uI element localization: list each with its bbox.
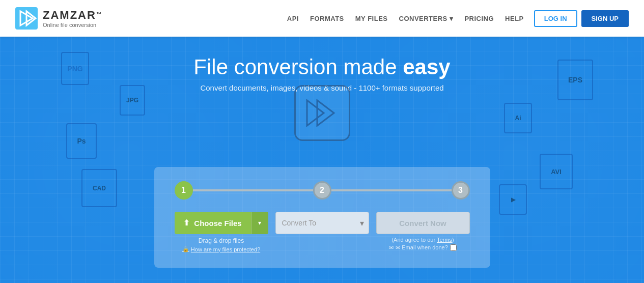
- agree-text: (And agree to our Terms): [391, 237, 454, 243]
- logo[interactable]: ZAMZAR™ Online file conversion: [15, 7, 101, 30]
- doodle-avi: AVI: [540, 154, 573, 189]
- doodle-misc: ▶: [499, 184, 527, 215]
- nav-formats[interactable]: FORMATS: [310, 15, 344, 22]
- doodle-ps: Ps: [66, 123, 97, 159]
- upload-icon: ⬆: [183, 218, 190, 228]
- svg-marker-4: [317, 100, 334, 126]
- choose-files-dropdown-arrow[interactable]: ▾: [251, 212, 268, 234]
- email-icon: ✉: [389, 244, 394, 251]
- signup-button[interactable]: SIGN UP: [581, 10, 629, 27]
- doodle-cad: CAD: [81, 169, 117, 207]
- choose-files-section: ⬆ Choose Files ▾ Drag & drop files 🔒 How…: [175, 212, 268, 252]
- terms-link[interactable]: Terms: [437, 237, 452, 243]
- login-button[interactable]: LOG IN: [534, 10, 577, 27]
- convert-to-select[interactable]: Convert To: [275, 212, 369, 234]
- step-line-1: [193, 189, 313, 191]
- hero-section: PNG JPG Ps CAD EPS Ai AVI ▶ File convers…: [0, 37, 644, 283]
- nav-help[interactable]: HELP: [505, 15, 524, 22]
- steps-content: ⬆ Choose Files ▾ Drag & drop files 🔒 How…: [175, 212, 470, 252]
- doodle-png: PNG: [61, 52, 89, 85]
- nav-links: API FORMATS MY FILES CONVERTERS ▾ PRICIN…: [287, 14, 524, 23]
- choose-files-label: Choose Files: [194, 219, 241, 228]
- step-1-circle: 1: [175, 181, 193, 200]
- choose-files-button[interactable]: ⬆ Choose Files ▾: [175, 212, 268, 234]
- logo-text: ZAMZAR™ Online file conversion: [43, 9, 101, 28]
- center-play-icon: [294, 85, 350, 141]
- steps-panel: 1 2 3 ⬆ Choose Files ▾ Drag & drop files…: [154, 167, 490, 268]
- email-when-done: ✉ ✉ Email when done?: [389, 244, 457, 251]
- logo-name: ZAMZAR™: [43, 9, 101, 22]
- doodle-ai: Ai: [504, 103, 532, 133]
- step-3-circle: 3: [452, 181, 470, 200]
- hero-title: File conversion made easy: [193, 55, 450, 79]
- convert-to-section: Convert To: [275, 212, 369, 234]
- nav-converters[interactable]: CONVERTERS ▾: [399, 15, 454, 22]
- email-checkbox[interactable]: [450, 244, 457, 251]
- navbar: ZAMZAR™ Online file conversion API FORMA…: [0, 0, 644, 37]
- lock-icon: 🔒: [182, 246, 189, 252]
- steps-track: 1 2 3: [175, 181, 470, 200]
- nav-my-files[interactable]: MY FILES: [355, 15, 388, 22]
- protect-link[interactable]: 🔒 How are my files protected?: [182, 246, 260, 252]
- convert-now-section: Convert Now (And agree to our Terms) ✉ ✉…: [376, 212, 470, 251]
- choose-files-main: ⬆ Choose Files: [175, 212, 251, 234]
- nav-api[interactable]: API: [287, 15, 299, 22]
- step-line-2: [331, 189, 452, 191]
- drag-drop-text: Drag & drop files: [199, 237, 244, 244]
- doodle-eps: EPS: [557, 60, 593, 100]
- logo-sub: Online file conversion: [43, 22, 101, 28]
- convert-to-select-wrapper: Convert To: [275, 212, 369, 234]
- doodle-jpg: JPG: [120, 85, 145, 116]
- convert-now-button[interactable]: Convert Now: [376, 212, 470, 234]
- zamzar-logo-icon: [15, 7, 38, 30]
- step-2-circle: 2: [313, 181, 331, 200]
- nav-pricing[interactable]: PRICING: [464, 15, 494, 22]
